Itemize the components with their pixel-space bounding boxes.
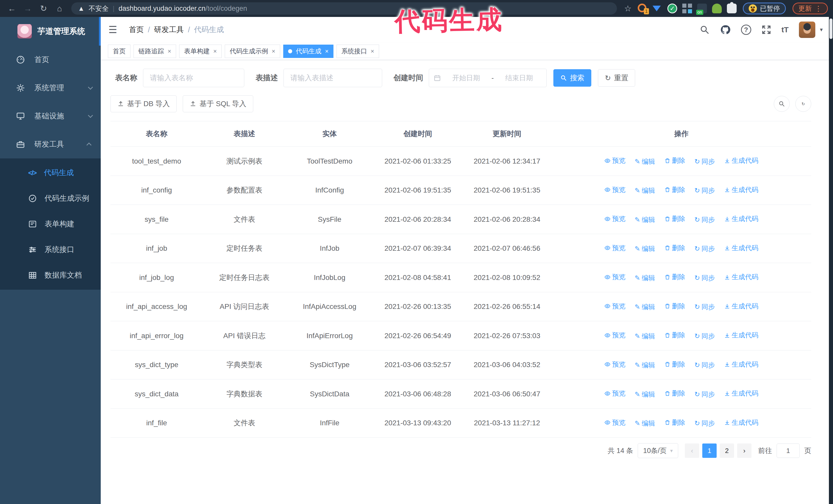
edit-link[interactable]: ✎ 编辑 (635, 389, 655, 400)
edit-link[interactable]: ✎ 编辑 (635, 156, 655, 167)
sync-link[interactable]: ↻ 同步 (694, 243, 715, 255)
sync-link[interactable]: ↻ 同步 (694, 156, 715, 167)
page-button-1[interactable]: 1 (702, 443, 717, 458)
preview-link[interactable]: 预览 (604, 155, 625, 166)
delete-link[interactable]: 删除 (664, 242, 685, 254)
edit-link[interactable]: ✎ 编辑 (635, 301, 655, 313)
tab-api[interactable]: 系统接口× (336, 45, 379, 58)
sync-link[interactable]: ↻ 同步 (694, 417, 715, 429)
sidebar-item-form-builder[interactable]: 表单构建 (0, 211, 101, 237)
preview-link[interactable]: 预览 (604, 213, 625, 224)
edit-link[interactable]: ✎ 编辑 (635, 185, 655, 196)
address-bar[interactable]: ▲ 不安全 | dashboard.yudao.iocoder.cn/tool/… (71, 2, 617, 15)
breadcrumb-section[interactable]: 研发工具 (154, 25, 184, 35)
preview-link[interactable]: 预览 (604, 417, 625, 428)
sidebar-item-codegen-example[interactable]: 代码生成示例 (0, 186, 101, 211)
close-icon[interactable]: × (272, 48, 275, 55)
close-icon[interactable]: × (213, 48, 217, 55)
sync-link[interactable]: ↻ 同步 (694, 331, 715, 342)
delete-link[interactable]: 删除 (664, 417, 685, 428)
bookmark-star-icon[interactable]: ☆ (624, 4, 632, 13)
goto-page-input[interactable] (777, 443, 800, 458)
edit-link[interactable]: ✎ 编辑 (635, 331, 655, 342)
breadcrumb-home[interactable]: 首页 (129, 25, 144, 35)
generate-code-link[interactable]: 生成代码 (724, 359, 758, 370)
preview-link[interactable]: 预览 (604, 359, 625, 370)
fullscreen-icon[interactable] (761, 25, 771, 34)
tab-tracing[interactable]: 链路追踪× (134, 45, 176, 58)
tab-home[interactable]: 首页 (108, 45, 130, 58)
delete-link[interactable]: 删除 (664, 388, 685, 399)
close-icon[interactable]: × (168, 48, 171, 55)
generate-code-link[interactable]: 生成代码 (724, 184, 758, 196)
import-db-button[interactable]: 基于 DB 导入 (111, 95, 176, 112)
delete-link[interactable]: 删除 (664, 155, 685, 166)
sync-link[interactable]: ↻ 同步 (694, 214, 715, 225)
next-page-button[interactable]: › (737, 443, 752, 458)
preview-link[interactable]: 预览 (604, 271, 625, 283)
extension-check-icon[interactable]: ✓ (667, 4, 677, 13)
prev-page-button[interactable]: ‹ (685, 443, 699, 458)
page-size-select[interactable]: 10条/页 ▾ (638, 443, 678, 458)
refresh-button[interactable]: ↻ (795, 96, 811, 112)
sync-link[interactable]: ↻ 同步 (694, 272, 715, 284)
reset-button[interactable]: ↻ 重置 (598, 69, 635, 87)
table-desc-input[interactable] (284, 69, 382, 87)
reload-icon[interactable]: ↻ (37, 4, 50, 13)
avatar[interactable] (799, 22, 815, 38)
sync-link[interactable]: ↻ 同步 (694, 359, 715, 371)
close-icon[interactable]: × (325, 48, 329, 55)
hamburger-icon[interactable]: ☰ (109, 24, 117, 35)
preview-link[interactable]: 预览 (604, 242, 625, 254)
page-button-2[interactable]: 2 (720, 443, 734, 458)
preview-link[interactable]: 预览 (604, 388, 625, 399)
delete-link[interactable]: 删除 (664, 330, 685, 341)
forward-icon[interactable]: → (21, 4, 34, 13)
generate-code-link[interactable]: 生成代码 (724, 155, 758, 166)
extension-gem-icon[interactable] (652, 4, 662, 13)
delete-link[interactable]: 删除 (664, 271, 685, 283)
search-button[interactable]: 搜索 (553, 69, 591, 87)
edit-link[interactable]: ✎ 编辑 (635, 359, 655, 371)
back-icon[interactable]: ← (5, 4, 19, 13)
delete-link[interactable]: 删除 (664, 184, 685, 196)
delete-link[interactable]: 删除 (664, 359, 685, 370)
sidebar-item-codegen[interactable]: </> 代码生成 (0, 160, 101, 186)
extension-grid-icon[interactable] (682, 4, 692, 13)
tab-codegen-example[interactable]: 代码生成示例× (225, 45, 280, 58)
update-button[interactable]: 更新 ⋮ (792, 3, 828, 14)
edit-link[interactable]: ✎ 编辑 (635, 243, 655, 255)
generate-code-link[interactable]: 生成代码 (724, 271, 758, 283)
sync-link[interactable]: ↻ 同步 (694, 185, 715, 196)
preview-link[interactable]: 预览 (604, 330, 625, 341)
logo[interactable]: 芋道管理系统 (0, 17, 101, 46)
generate-code-link[interactable]: 生成代码 (724, 242, 758, 254)
edit-link[interactable]: ✎ 编辑 (635, 272, 655, 284)
close-icon[interactable]: × (371, 48, 374, 55)
browser-menu-icon[interactable]: ⋮ (815, 4, 822, 13)
import-sql-button[interactable]: 基于 SQL 导入 (183, 95, 253, 112)
paused-badge[interactable]: 已暂停 (743, 3, 786, 14)
sidebar-item-db-doc[interactable]: 数据库文档 (0, 263, 101, 288)
extension-android-icon[interactable] (712, 4, 722, 13)
sidebar-item-devtools[interactable]: 研发工具 (0, 130, 101, 159)
table-name-input[interactable] (143, 69, 244, 87)
github-icon[interactable] (720, 24, 731, 35)
edit-link[interactable]: ✎ 编辑 (635, 417, 655, 429)
extension-colorzilla-icon[interactable]: 1 (638, 4, 647, 13)
generate-code-link[interactable]: 生成代码 (724, 417, 758, 428)
font-size-icon[interactable]: tT (782, 25, 789, 34)
generate-code-link[interactable]: 生成代码 (724, 388, 758, 399)
extensions-puzzle-icon[interactable] (727, 4, 737, 13)
preview-link[interactable]: 预览 (604, 184, 625, 196)
edit-link[interactable]: ✎ 编辑 (635, 214, 655, 225)
toggle-search-button[interactable] (774, 96, 790, 112)
tab-codegen[interactable]: 代码生成× (283, 45, 333, 58)
help-icon[interactable]: ? (741, 25, 751, 35)
tab-form-builder[interactable]: 表单构建× (179, 45, 222, 58)
sync-link[interactable]: ↻ 同步 (694, 301, 715, 313)
avatar-caret-icon[interactable]: ▾ (820, 26, 823, 33)
scrollbar-thumb[interactable] (829, 19, 832, 39)
delete-link[interactable]: 删除 (664, 213, 685, 224)
extension-switch-icon[interactable]: on (697, 4, 707, 13)
